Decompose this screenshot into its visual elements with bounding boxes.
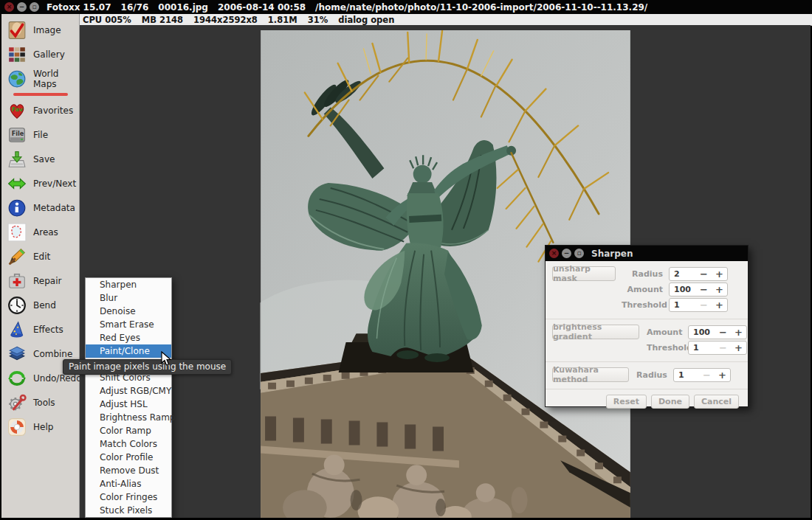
- repair-icon: [7, 271, 27, 291]
- sidebar-item-areas[interactable]: Areas: [1, 220, 79, 244]
- increment-icon[interactable]: +: [731, 342, 746, 353]
- sidebar-item-label: Save: [33, 154, 55, 164]
- sidebar: Image Gallery World Maps Fav Favorites F…: [1, 14, 80, 518]
- sidebar-item-label: Metadata: [33, 203, 75, 213]
- kuwahara-method-button[interactable]: Kuwahara method: [552, 367, 629, 382]
- radius-spinner[interactable]: 2 − +: [669, 267, 728, 281]
- decrement-icon[interactable]: −: [715, 327, 731, 338]
- sidebar-item-tools[interactable]: Tools: [1, 390, 79, 415]
- amount-spinner[interactable]: 100 − +: [669, 282, 728, 297]
- menu-item-match-colors[interactable]: Match Colors: [86, 437, 171, 451]
- kuwahara-group: Kuwahara method Radius 1 − +: [552, 367, 748, 384]
- effects-icon: [7, 320, 27, 339]
- spinner-value: 2: [670, 269, 696, 279]
- sidebar-item-prev-next[interactable]: Prev/Next: [1, 171, 79, 195]
- file-icon: File: [7, 125, 27, 145]
- window-minimize-icon[interactable]: −: [17, 2, 27, 12]
- sidebar-item-file[interactable]: File File: [1, 122, 79, 147]
- prev-next-icon: [7, 174, 27, 193]
- sidebar-item-label: World Maps: [33, 69, 79, 89]
- window-close-icon[interactable]: ×: [4, 2, 14, 12]
- window-titlebar: × − ▫ Fotoxx 15.07 16/76 00016.jpg 2006-…: [0, 0, 812, 14]
- menu-item-remove-dust[interactable]: Remove Dust: [86, 464, 171, 477]
- menu-item-brightness-ramp[interactable]: Brightness Ramp: [86, 411, 171, 424]
- tools-icon: [7, 393, 27, 412]
- radius-spinner[interactable]: 1 − +: [673, 368, 731, 382]
- dialog-title: Sharpen: [591, 249, 633, 259]
- sidebar-item-world-maps[interactable]: World Maps: [1, 66, 79, 91]
- separator: [546, 361, 748, 362]
- sidebar-item-save[interactable]: Save: [1, 147, 79, 171]
- app-title: Fotoxx 15.07: [47, 2, 111, 13]
- sidebar-item-gallery[interactable]: Gallery: [1, 42, 79, 66]
- decrement-icon: −: [715, 342, 731, 353]
- menu-item-paint-clone[interactable]: Paint/Clone: [86, 344, 171, 358]
- threshold-spinner[interactable]: 1 − +: [688, 341, 747, 355]
- menu-item-sharpen[interactable]: Sharpen: [86, 278, 171, 291]
- spinner-value: 1: [674, 370, 699, 380]
- menu-item-denoise[interactable]: Denoise: [86, 305, 171, 318]
- areas-icon: [7, 223, 27, 242]
- sharpen-dialog-titlebar[interactable]: × − ▫ Sharpen: [546, 246, 748, 261]
- sidebar-item-image[interactable]: Image: [1, 18, 79, 42]
- radius-label: Radius: [622, 269, 663, 279]
- sidebar-item-bend[interactable]: Bend: [1, 293, 79, 317]
- sidebar-item-edit[interactable]: Edit: [1, 244, 79, 268]
- brightness-gradient-group: brightness gradient Amount 100 − + Thres…: [552, 325, 748, 356]
- menu-item-color-fringes[interactable]: Color Fringes: [86, 490, 171, 504]
- menu-item-adjust-hsl[interactable]: Adjust HSL: [86, 398, 171, 411]
- unsharp-mask-button[interactable]: unsharp mask: [552, 266, 616, 281]
- image-filename: 00016.jpg: [158, 2, 208, 13]
- dialog-close-icon[interactable]: ×: [549, 249, 559, 258]
- fotoxx-window: { "titlebar": { "app": "Fotoxx 15.07", "…: [0, 0, 812, 520]
- amount-spinner[interactable]: 100 − +: [688, 325, 747, 339]
- image-position: 16/76: [121, 2, 149, 13]
- tooltip: Paint image pixels using the mouse: [63, 359, 232, 375]
- amount-label: Amount: [647, 327, 681, 337]
- edit-icon: [7, 247, 27, 266]
- spinner-value: 1: [689, 343, 715, 353]
- svg-text:File: File: [12, 129, 24, 136]
- menu-item-smart-erase[interactable]: Smart Erase: [86, 318, 171, 331]
- menu-item-anti-alias[interactable]: Anti-Alias: [86, 477, 171, 490]
- decrement-icon[interactable]: −: [696, 268, 712, 280]
- increment-icon[interactable]: +: [731, 327, 746, 338]
- image-icon: [7, 21, 27, 40]
- sidebar-item-label: Bend: [33, 300, 56, 311]
- menu-item-blur[interactable]: Blur: [86, 291, 171, 305]
- dialog-minimize-icon[interactable]: −: [562, 249, 571, 258]
- brightness-gradient-button[interactable]: brightness gradient: [552, 325, 639, 339]
- window-maximize-icon[interactable]: ▫: [30, 2, 39, 12]
- sidebar-item-label: Combine: [33, 349, 72, 359]
- menu-item-adjust-rgb-cmy[interactable]: Adjust RGB/CMY: [86, 384, 171, 398]
- sidebar-item-favorites[interactable]: Fav Favorites: [1, 98, 79, 122]
- sidebar-item-label: Areas: [33, 227, 58, 238]
- sidebar-item-label: Image: [33, 25, 61, 35]
- menu-item-stuck-pixels[interactable]: Stuck Pixels: [86, 504, 171, 517]
- sidebar-item-metadata[interactable]: Metadata: [1, 195, 79, 220]
- cancel-button[interactable]: Cancel: [694, 395, 739, 409]
- sidebar-item-label: Repair: [33, 276, 61, 286]
- increment-icon[interactable]: +: [712, 284, 727, 295]
- menu-item-color-profile[interactable]: Color Profile: [86, 451, 171, 464]
- svg-text:Fav: Fav: [12, 105, 23, 112]
- increment-icon[interactable]: +: [712, 268, 727, 280]
- menu-item-red-eyes[interactable]: Red Eyes: [86, 331, 171, 344]
- dialog-maximize-icon[interactable]: ▫: [574, 249, 584, 258]
- dialog-state: dialog open: [338, 15, 394, 25]
- done-button[interactable]: Done: [651, 395, 689, 409]
- decrement-icon[interactable]: −: [696, 284, 712, 295]
- threshold-spinner[interactable]: 1 − +: [669, 298, 728, 312]
- sidebar-item-help[interactable]: Help: [1, 415, 79, 439]
- increment-icon[interactable]: +: [715, 370, 730, 381]
- decrement-icon: −: [696, 299, 712, 311]
- sharpen-dialog: × − ▫ Sharpen unsharp mask Radius 2 − + …: [545, 245, 749, 407]
- menu-item-color-ramp[interactable]: Color Ramp: [86, 424, 171, 437]
- sidebar-item-label: Effects: [33, 325, 63, 335]
- reset-button[interactable]: Reset: [606, 395, 647, 409]
- increment-icon[interactable]: +: [712, 299, 727, 311]
- threshold-label: Threshold: [622, 300, 663, 310]
- mouse-cursor-icon: [161, 351, 172, 370]
- sidebar-item-repair[interactable]: Repair: [1, 268, 79, 293]
- sidebar-item-effects[interactable]: Effects: [1, 317, 79, 342]
